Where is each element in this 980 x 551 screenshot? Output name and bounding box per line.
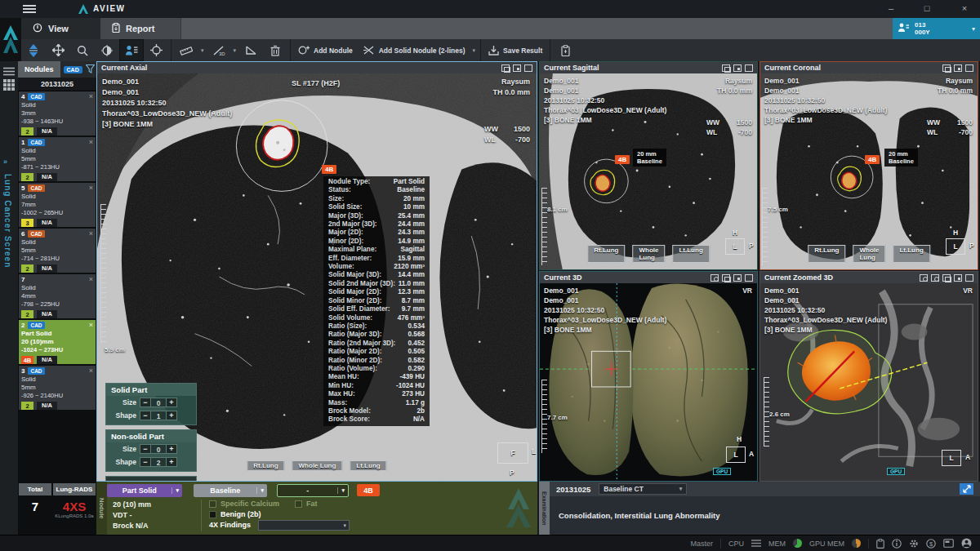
total-tab[interactable]: Total <box>19 483 51 495</box>
region-button[interactable]: Rt.Lung <box>587 245 625 263</box>
record-view-icon[interactable] <box>931 274 939 282</box>
nodule-extra-dropdown[interactable]: - ▾ <box>277 484 349 497</box>
region-button[interactable]: Rt.Lung <box>808 245 845 263</box>
clipboard-icon[interactable] <box>876 539 884 549</box>
coronal-nodule-badge[interactable]: 4B <box>865 155 880 164</box>
patient-badge[interactable]: 013 000Y ▾ <box>893 18 980 39</box>
nodules-tab[interactable]: Nodules <box>18 61 60 78</box>
maximize-view-icon[interactable] <box>965 274 973 282</box>
crosshair-tool-icon[interactable] <box>144 39 168 61</box>
nodule-card[interactable]: 6 CAD × Solid 5mm -714 ~ 281HU 2 N/A <box>19 229 96 273</box>
plus-button[interactable]: + <box>166 444 177 454</box>
window-maximize-button[interactable]: □ <box>920 2 934 16</box>
maximize-view-icon[interactable] <box>745 274 753 282</box>
copy-view-icon[interactable] <box>722 64 730 72</box>
remove-vessel-row[interactable]: Remove Vessel <box>105 476 197 481</box>
region-button[interactable]: Lt.Lung <box>672 245 709 263</box>
close-icon[interactable]: × <box>89 230 93 238</box>
license-icon[interactable]: $ <box>926 539 936 549</box>
plus-button[interactable]: + <box>166 398 177 407</box>
zoom-tool-icon[interactable] <box>70 39 95 61</box>
specific-calcium-checkbox[interactable] <box>209 500 216 508</box>
sagittal-nodule-badge[interactable]: 4B <box>615 155 630 164</box>
user-account-icon[interactable] <box>961 538 972 549</box>
angle-tool-icon[interactable] <box>238 39 263 61</box>
close-icon[interactable]: × <box>89 139 93 146</box>
capture-view-icon[interactable] <box>710 274 719 282</box>
region-button[interactable]: Whole Lung <box>853 245 885 263</box>
nonsolid-size-stepper[interactable]: −0+ <box>140 444 177 454</box>
nodule-card[interactable]: 1 CAD × Solid 5mm -871 ~ 213HU 2 N/A <box>19 137 96 181</box>
examination-panel-tab[interactable]: Examination <box>539 482 550 535</box>
close-icon[interactable]: × <box>89 367 93 375</box>
tab-view[interactable]: View <box>21 18 100 39</box>
minus-button[interactable]: − <box>140 457 151 467</box>
info-icon[interactable] <box>892 539 902 549</box>
benign-checkbox[interactable] <box>209 511 216 518</box>
lung-cancer-screen-label[interactable]: Lung Cancer Screen <box>3 174 12 268</box>
rail-expand-icon[interactable]: » <box>3 158 7 166</box>
view-settings-icon[interactable] <box>513 64 521 72</box>
nodule-card[interactable]: 7 × Solid 4mm -798 ~ 225HU 2 N/A <box>19 274 96 318</box>
maximize-view-icon[interactable] <box>524 64 532 72</box>
patient-profile-tool-icon[interactable] <box>119 39 144 61</box>
clipboard-tool-icon[interactable] <box>553 39 577 61</box>
ruler-tool-icon[interactable] <box>174 39 198 61</box>
capture-view-icon[interactable] <box>920 274 928 282</box>
maximize-view-icon[interactable] <box>965 64 973 72</box>
chevron-down-icon[interactable]: ▾ <box>972 25 975 33</box>
ruler-3d-dropdown-chevron[interactable]: ▾ <box>231 47 239 54</box>
view-settings-icon[interactable] <box>733 64 742 72</box>
nodule-status-dropdown[interactable]: Baseline ▾ <box>194 484 267 497</box>
list-icon[interactable] <box>3 64 15 79</box>
lung-rads-tab[interactable]: Lung-RADS <box>53 483 96 495</box>
view-settings-icon[interactable] <box>733 274 742 282</box>
close-icon[interactable]: × <box>89 276 93 283</box>
copy-view-icon[interactable] <box>722 274 730 282</box>
scroll-tool-icon[interactable] <box>21 39 46 61</box>
close-icon[interactable]: × <box>89 184 93 192</box>
findings-dropdown[interactable]: ▾ <box>258 520 350 531</box>
nodule-card[interactable]: 3 CAD × Solid 5mm -926 ~ 2140HU 2 N/A <box>19 366 96 410</box>
expand-panel-icon[interactable] <box>960 483 973 495</box>
save-result-button[interactable]: Save Result <box>483 39 547 61</box>
maximize-view-icon[interactable] <box>745 64 753 72</box>
region-button[interactable]: Whole Lung <box>632 245 665 263</box>
close-icon[interactable]: × <box>89 93 93 100</box>
minus-button[interactable]: − <box>140 411 151 420</box>
nodule-panel-tab[interactable]: Nodule <box>96 482 107 535</box>
add-nodule-button[interactable]: Add Nodule <box>293 39 358 61</box>
window-close-button[interactable]: × <box>957 2 972 16</box>
solid-shape-stepper[interactable]: −1+ <box>140 411 177 420</box>
region-button[interactable]: Rt.Lung <box>247 460 284 471</box>
window-minimize-button[interactable]: – <box>884 2 898 16</box>
examination-ct-dropdown[interactable]: Baseline CT ▾ <box>599 483 687 495</box>
close-icon[interactable]: × <box>89 322 93 329</box>
view-settings-icon[interactable] <box>954 274 962 282</box>
region-button[interactable]: Whole Lung <box>292 460 343 471</box>
copy-view-icon[interactable] <box>501 64 510 72</box>
window-level-tool-icon[interactable] <box>95 39 119 61</box>
nodule-card[interactable]: 5 CAD × Solid 7mm -1002 ~ 265HU 3 N/A <box>19 183 96 227</box>
remove-vessel-checkbox[interactable] <box>111 481 118 482</box>
gear-icon[interactable] <box>909 539 919 549</box>
plus-button[interactable]: + <box>166 457 177 467</box>
display-settings-icon[interactable] <box>943 539 954 548</box>
nodule-card[interactable]: 2 CAD × Part Solid 20 (10)mm -1024 ~ 273… <box>19 320 96 364</box>
fat-checkbox[interactable] <box>295 500 302 508</box>
region-button[interactable]: Lt.Lung <box>893 245 929 263</box>
axial-nodule-badge[interactable]: 4B <box>322 165 336 174</box>
solid-size-stepper[interactable]: −0+ <box>140 398 177 407</box>
nodule-type-dropdown[interactable]: Part Solid ▾ <box>107 484 182 497</box>
filter-icon[interactable] <box>86 62 95 77</box>
add-solid-nodule-button[interactable]: Add Solid Nodule (2-lines) <box>358 39 470 61</box>
study-date-header[interactable]: 20131025 <box>18 78 96 91</box>
ruler-3d-tool-icon[interactable]: 3D <box>207 39 231 61</box>
minus-button[interactable]: − <box>140 398 151 407</box>
nodule-card[interactable]: 4 CAD × Solid 3mm -938 ~ 1463HU 2 N/A <box>19 91 96 136</box>
region-button[interactable]: Lt.Lung <box>350 460 386 471</box>
grid-layout-icon[interactable] <box>3 79 15 94</box>
tab-report[interactable]: Report <box>100 18 181 39</box>
ruler-dropdown-chevron[interactable]: ▾ <box>198 47 207 54</box>
nonsolid-shape-stepper[interactable]: −2+ <box>140 457 177 467</box>
